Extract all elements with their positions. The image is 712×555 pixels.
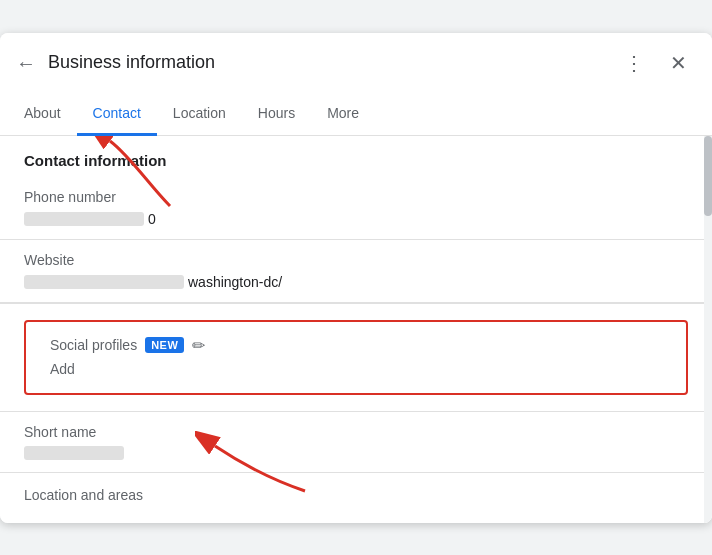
dialog-header: ← Business information ⋮ ✕: [0, 33, 712, 93]
tab-location[interactable]: Location: [157, 93, 242, 136]
phone-redacted: [24, 212, 144, 226]
scrollbar-thumb[interactable]: [704, 136, 712, 216]
content-area: Contact information Phone number 0 Websi…: [0, 136, 712, 523]
website-redacted: [24, 275, 184, 289]
short-name-section: Short name: [0, 412, 712, 473]
business-info-dialog: ← Business information ⋮ ✕ About Contact…: [0, 33, 712, 523]
close-button[interactable]: ✕: [660, 45, 696, 81]
phone-suffix: 0: [148, 211, 156, 227]
scrollbar-track[interactable]: [704, 136, 712, 523]
website-field-group: Website washington-dc/: [0, 240, 712, 303]
location-areas-section: Location and areas: [0, 473, 712, 523]
header-actions: ⋮ ✕: [616, 45, 696, 81]
website-value: washington-dc/: [24, 274, 688, 290]
phone-label: Phone number: [24, 189, 688, 205]
social-profiles-section: Social profiles NEW ✏ Add: [24, 320, 688, 395]
tab-about[interactable]: About: [8, 93, 77, 136]
short-name-label: Short name: [24, 424, 688, 440]
phone-field-group: Phone number 0: [0, 177, 712, 240]
tab-hours[interactable]: Hours: [242, 93, 311, 136]
add-social-link[interactable]: Add: [50, 359, 662, 379]
edit-icon[interactable]: ✏: [192, 336, 205, 355]
website-suffix: washington-dc/: [188, 274, 282, 290]
location-areas-label: Location and areas: [24, 487, 688, 503]
tabs-bar: About Contact Location Hours More: [0, 93, 712, 136]
short-name-value: [24, 446, 688, 460]
tab-contact[interactable]: Contact: [77, 93, 157, 136]
new-badge: NEW: [145, 337, 184, 353]
social-profiles-header: Social profiles NEW ✏: [50, 336, 662, 355]
phone-value: 0: [24, 211, 688, 227]
more-options-button[interactable]: ⋮: [616, 45, 652, 81]
divider: [0, 303, 712, 304]
tab-more[interactable]: More: [311, 93, 375, 136]
page-title: Business information: [48, 52, 616, 73]
short-name-redacted: [24, 446, 124, 460]
section-title: Contact information: [0, 136, 712, 177]
social-profiles-label: Social profiles: [50, 337, 137, 353]
back-button[interactable]: ←: [16, 53, 36, 73]
website-label: Website: [24, 252, 688, 268]
social-profiles-wrapper: Social profiles NEW ✏ Add: [0, 312, 712, 403]
